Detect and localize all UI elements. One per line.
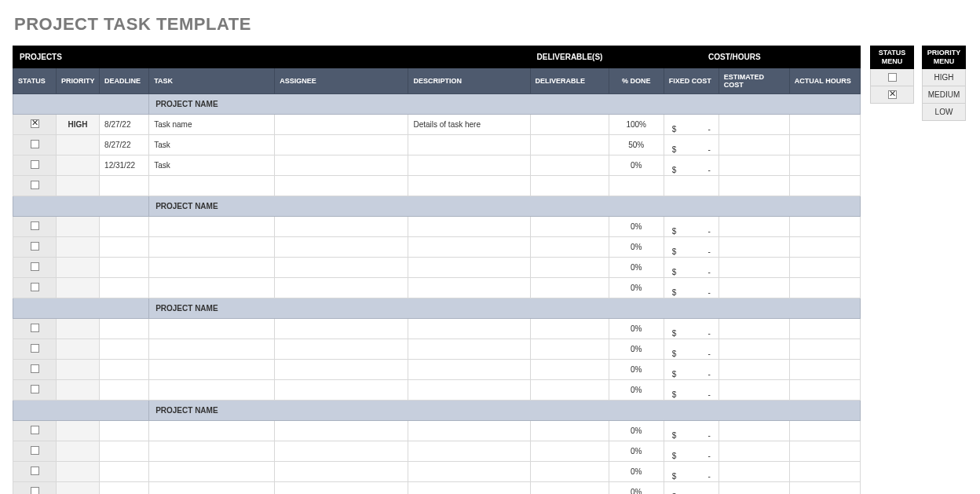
deadline-cell[interactable]	[100, 441, 149, 462]
estimatedcost-cell[interactable]	[719, 258, 789, 278]
fixedcost-cell[interactable]: $-	[664, 135, 719, 156]
checkbox-icon[interactable]	[31, 119, 39, 128]
task-cell[interactable]	[149, 319, 275, 339]
task-cell[interactable]	[149, 258, 275, 278]
estimatedcost-cell[interactable]	[719, 217, 789, 237]
actualhours-cell[interactable]	[789, 462, 860, 482]
priority-menu-item[interactable]: MEDIUM	[922, 86, 966, 104]
estimatedcost-cell[interactable]	[719, 135, 789, 156]
checkbox-icon[interactable]	[31, 487, 39, 494]
checkbox-icon[interactable]	[31, 160, 39, 169]
estimatedcost-cell[interactable]	[719, 115, 789, 135]
priority-cell[interactable]	[57, 462, 100, 482]
actualhours-cell[interactable]	[789, 135, 860, 156]
priority-menu-item[interactable]: LOW	[922, 104, 966, 121]
task-cell[interactable]	[149, 482, 275, 495]
assignee-cell[interactable]	[275, 115, 408, 135]
pctdone-cell[interactable]: 0%	[609, 462, 664, 482]
assignee-cell[interactable]	[275, 237, 408, 258]
assignee-cell[interactable]	[275, 482, 408, 495]
actualhours-cell[interactable]	[789, 482, 860, 495]
description-cell[interactable]	[408, 360, 530, 380]
fixedcost-cell[interactable]: $-	[664, 360, 719, 380]
actualhours-cell[interactable]	[789, 380, 860, 401]
checkbox-icon[interactable]	[31, 426, 39, 434]
task-cell[interactable]: Task name	[149, 115, 275, 135]
priority-cell[interactable]	[57, 441, 100, 462]
description-cell[interactable]	[408, 421, 530, 441]
status-cell[interactable]	[13, 278, 57, 298]
status-cell[interactable]	[13, 135, 57, 156]
pctdone-cell[interactable]: 0%	[609, 421, 664, 441]
deliverable-cell[interactable]	[530, 176, 609, 196]
deadline-cell[interactable]	[100, 360, 149, 380]
deadline-cell[interactable]	[100, 176, 149, 196]
pctdone-cell[interactable]: 0%	[609, 156, 664, 176]
estimatedcost-cell[interactable]	[719, 156, 789, 176]
fixedcost-cell[interactable]: $-	[664, 339, 719, 360]
deliverable-cell[interactable]	[530, 462, 609, 482]
assignee-cell[interactable]	[275, 217, 408, 237]
status-cell[interactable]	[13, 217, 57, 237]
assignee-cell[interactable]	[275, 319, 408, 339]
pctdone-cell[interactable]: 0%	[609, 258, 664, 278]
status-cell[interactable]	[13, 360, 57, 380]
task-cell[interactable]	[149, 339, 275, 360]
task-cell[interactable]	[149, 441, 275, 462]
checkbox-icon[interactable]	[31, 324, 39, 332]
estimatedcost-cell[interactable]	[719, 462, 789, 482]
deadline-cell[interactable]	[100, 258, 149, 278]
deliverable-cell[interactable]	[530, 135, 609, 156]
priority-cell[interactable]	[57, 217, 100, 237]
project-name[interactable]: PROJECT NAME	[149, 196, 861, 217]
pctdone-cell[interactable]: 0%	[609, 482, 664, 495]
deliverable-cell[interactable]	[530, 380, 609, 401]
actualhours-cell[interactable]	[789, 319, 860, 339]
status-cell[interactable]	[13, 462, 57, 482]
status-menu-item[interactable]	[870, 86, 914, 104]
status-menu-item[interactable]	[870, 69, 914, 86]
checkbox-icon[interactable]	[31, 467, 39, 475]
project-name[interactable]: PROJECT NAME	[149, 401, 861, 421]
actualhours-cell[interactable]	[789, 217, 860, 237]
deliverable-cell[interactable]	[530, 421, 609, 441]
priority-cell[interactable]	[57, 156, 100, 176]
estimatedcost-cell[interactable]	[719, 176, 789, 196]
checkbox-icon[interactable]	[31, 344, 39, 353]
actualhours-cell[interactable]	[789, 115, 860, 135]
status-cell[interactable]	[13, 441, 57, 462]
status-cell[interactable]	[13, 339, 57, 360]
pctdone-cell[interactable]: 0%	[609, 319, 664, 339]
priority-cell[interactable]	[57, 482, 100, 495]
checkbox-icon[interactable]	[31, 242, 39, 251]
priority-cell[interactable]	[57, 421, 100, 441]
description-cell[interactable]	[408, 278, 530, 298]
assignee-cell[interactable]	[275, 360, 408, 380]
deliverable-cell[interactable]	[530, 237, 609, 258]
checkbox-icon[interactable]	[31, 262, 39, 271]
checkbox-icon[interactable]	[31, 385, 39, 393]
status-cell[interactable]	[13, 380, 57, 401]
priority-cell[interactable]	[57, 278, 100, 298]
priority-cell[interactable]	[57, 360, 100, 380]
deadline-cell[interactable]	[100, 339, 149, 360]
status-cell[interactable]	[13, 319, 57, 339]
actualhours-cell[interactable]	[789, 156, 860, 176]
assignee-cell[interactable]	[275, 441, 408, 462]
estimatedcost-cell[interactable]	[719, 421, 789, 441]
task-cell[interactable]	[149, 217, 275, 237]
fixedcost-cell[interactable]: $-	[664, 421, 719, 441]
checkbox-icon[interactable]	[31, 181, 39, 189]
deadline-cell[interactable]: 12/31/22	[100, 156, 149, 176]
estimatedcost-cell[interactable]	[719, 237, 789, 258]
task-cell[interactable]	[149, 462, 275, 482]
description-cell[interactable]: Details of task here	[408, 115, 530, 135]
deadline-cell[interactable]	[100, 482, 149, 495]
fixedcost-cell[interactable]: $-	[664, 380, 719, 401]
deadline-cell[interactable]	[100, 319, 149, 339]
pctdone-cell[interactable]: 0%	[609, 339, 664, 360]
fixedcost-cell[interactable]: $-	[664, 278, 719, 298]
priority-cell[interactable]	[57, 380, 100, 401]
estimatedcost-cell[interactable]	[719, 441, 789, 462]
description-cell[interactable]	[408, 339, 530, 360]
